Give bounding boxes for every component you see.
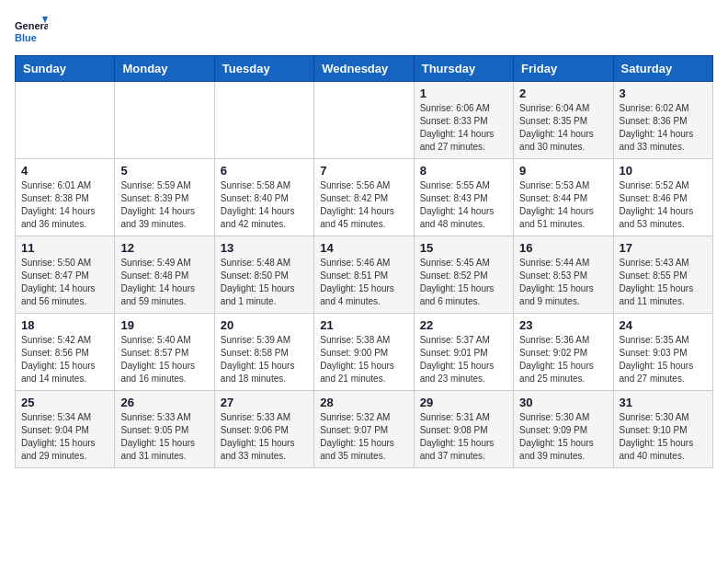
- day-info: Sunrise: 6:02 AM Sunset: 8:36 PM Dayligh…: [620, 102, 707, 154]
- day-info: Sunrise: 5:44 AM Sunset: 8:53 PM Dayligh…: [519, 257, 607, 308]
- day-number: 30: [519, 396, 607, 409]
- day-info: Sunrise: 5:45 AM Sunset: 8:52 PM Dayligh…: [420, 257, 507, 308]
- calendar-week-1: 1Sunrise: 6:06 AM Sunset: 8:33 PM Daylig…: [16, 82, 713, 159]
- calendar-cell: 19Sunrise: 5:40 AM Sunset: 8:57 PM Dayli…: [115, 314, 214, 391]
- calendar-cell: 11Sunrise: 5:50 AM Sunset: 8:47 PM Dayli…: [16, 236, 115, 314]
- calendar-week-4: 18Sunrise: 5:42 AM Sunset: 8:56 PM Dayli…: [16, 314, 713, 391]
- day-number: 22: [420, 318, 507, 332]
- day-info: Sunrise: 5:30 AM Sunset: 9:09 PM Dayligh…: [519, 411, 607, 463]
- calendar-cell: 12Sunrise: 5:49 AM Sunset: 8:48 PM Dayli…: [115, 236, 214, 314]
- day-info: Sunrise: 5:37 AM Sunset: 9:01 PM Dayligh…: [420, 334, 507, 385]
- calendar-cell: 15Sunrise: 5:45 AM Sunset: 8:52 PM Dayli…: [414, 236, 513, 314]
- calendar-cell: 29Sunrise: 5:31 AM Sunset: 9:08 PM Dayli…: [414, 391, 513, 468]
- day-info: Sunrise: 5:46 AM Sunset: 8:51 PM Dayligh…: [320, 257, 407, 308]
- day-info: Sunrise: 5:40 AM Sunset: 8:57 PM Dayligh…: [120, 334, 208, 385]
- day-number: 21: [320, 318, 407, 332]
- calendar-week-5: 25Sunrise: 5:34 AM Sunset: 9:04 PM Dayli…: [16, 391, 713, 468]
- weekday-header-saturday: Saturday: [613, 56, 712, 82]
- day-info: Sunrise: 5:36 AM Sunset: 9:02 PM Dayligh…: [519, 334, 607, 385]
- day-info: Sunrise: 5:39 AM Sunset: 8:58 PM Dayligh…: [221, 334, 308, 385]
- day-number: 3: [620, 86, 707, 100]
- calendar-cell: 4Sunrise: 6:01 AM Sunset: 8:38 PM Daylig…: [16, 159, 115, 236]
- day-number: 19: [120, 318, 208, 332]
- day-number: 23: [519, 318, 607, 332]
- day-number: 12: [120, 241, 208, 255]
- day-info: Sunrise: 5:59 AM Sunset: 8:39 PM Dayligh…: [120, 179, 208, 231]
- calendar-cell: 3Sunrise: 6:02 AM Sunset: 8:36 PM Daylig…: [613, 82, 712, 159]
- day-number: 11: [21, 241, 108, 255]
- calendar-cell: 23Sunrise: 5:36 AM Sunset: 9:02 PM Dayli…: [514, 314, 613, 391]
- page-header: General Blue: [15, 15, 713, 48]
- calendar-cell: 24Sunrise: 5:35 AM Sunset: 9:03 PM Dayli…: [613, 314, 712, 391]
- day-info: Sunrise: 5:43 AM Sunset: 8:55 PM Dayligh…: [620, 257, 707, 308]
- calendar-cell: 1Sunrise: 6:06 AM Sunset: 8:33 PM Daylig…: [414, 82, 513, 159]
- calendar-cell: [214, 82, 313, 159]
- day-number: 28: [320, 396, 407, 409]
- calendar-cell: [115, 82, 214, 159]
- day-number: 16: [519, 241, 607, 255]
- calendar-week-2: 4Sunrise: 6:01 AM Sunset: 8:38 PM Daylig…: [16, 159, 713, 236]
- calendar-table: SundayMondayTuesdayWednesdayThursdayFrid…: [15, 55, 713, 468]
- day-info: Sunrise: 5:33 AM Sunset: 9:05 PM Dayligh…: [120, 411, 208, 463]
- calendar-cell: 25Sunrise: 5:34 AM Sunset: 9:04 PM Dayli…: [16, 391, 115, 468]
- svg-text:Blue: Blue: [15, 32, 37, 43]
- calendar-cell: 6Sunrise: 5:58 AM Sunset: 8:40 PM Daylig…: [214, 159, 313, 236]
- svg-text:General: General: [15, 20, 48, 31]
- calendar-cell: [314, 82, 414, 159]
- day-info: Sunrise: 6:01 AM Sunset: 8:38 PM Dayligh…: [21, 179, 108, 231]
- day-number: 20: [221, 318, 308, 332]
- day-info: Sunrise: 5:34 AM Sunset: 9:04 PM Dayligh…: [21, 411, 108, 463]
- day-info: Sunrise: 5:53 AM Sunset: 8:44 PM Dayligh…: [519, 179, 607, 231]
- logo: General Blue: [15, 15, 48, 48]
- calendar-cell: 2Sunrise: 6:04 AM Sunset: 8:35 PM Daylig…: [514, 82, 613, 159]
- logo-svg: General Blue: [15, 15, 48, 48]
- calendar-cell: 28Sunrise: 5:32 AM Sunset: 9:07 PM Dayli…: [314, 391, 414, 468]
- day-info: Sunrise: 5:31 AM Sunset: 9:08 PM Dayligh…: [420, 411, 507, 463]
- day-number: 13: [221, 241, 308, 255]
- day-number: 26: [120, 396, 208, 409]
- weekday-header-sunday: Sunday: [16, 56, 115, 82]
- weekday-header-thursday: Thursday: [414, 56, 513, 82]
- weekday-header-tuesday: Tuesday: [214, 56, 313, 82]
- day-number: 9: [519, 164, 607, 178]
- day-number: 7: [320, 164, 407, 178]
- calendar-cell: 14Sunrise: 5:46 AM Sunset: 8:51 PM Dayli…: [314, 236, 414, 314]
- day-number: 31: [620, 396, 707, 409]
- day-info: Sunrise: 6:06 AM Sunset: 8:33 PM Dayligh…: [420, 102, 507, 154]
- day-number: 14: [320, 241, 407, 255]
- day-number: 10: [620, 164, 707, 178]
- day-info: Sunrise: 5:33 AM Sunset: 9:06 PM Dayligh…: [221, 411, 308, 463]
- day-number: 18: [21, 318, 108, 332]
- day-number: 15: [420, 241, 507, 255]
- weekday-header-wednesday: Wednesday: [314, 56, 414, 82]
- day-info: Sunrise: 5:49 AM Sunset: 8:48 PM Dayligh…: [120, 257, 208, 308]
- day-info: Sunrise: 6:04 AM Sunset: 8:35 PM Dayligh…: [519, 102, 607, 154]
- day-number: 5: [120, 164, 208, 178]
- weekday-header-monday: Monday: [115, 56, 214, 82]
- calendar-header-row: SundayMondayTuesdayWednesdayThursdayFrid…: [16, 56, 713, 82]
- calendar-cell: 7Sunrise: 5:56 AM Sunset: 8:42 PM Daylig…: [314, 159, 414, 236]
- day-number: 24: [620, 318, 707, 332]
- calendar-week-3: 11Sunrise: 5:50 AM Sunset: 8:47 PM Dayli…: [16, 236, 713, 314]
- calendar-cell: 27Sunrise: 5:33 AM Sunset: 9:06 PM Dayli…: [214, 391, 313, 468]
- day-info: Sunrise: 5:35 AM Sunset: 9:03 PM Dayligh…: [620, 334, 707, 385]
- day-number: 25: [21, 396, 108, 409]
- day-number: 1: [420, 86, 507, 100]
- weekday-header-friday: Friday: [514, 56, 613, 82]
- day-info: Sunrise: 5:56 AM Sunset: 8:42 PM Dayligh…: [320, 179, 407, 231]
- calendar-cell: 16Sunrise: 5:44 AM Sunset: 8:53 PM Dayli…: [514, 236, 613, 314]
- calendar-cell: 5Sunrise: 5:59 AM Sunset: 8:39 PM Daylig…: [115, 159, 214, 236]
- day-number: 17: [620, 241, 707, 255]
- calendar-cell: 22Sunrise: 5:37 AM Sunset: 9:01 PM Dayli…: [414, 314, 513, 391]
- calendar-cell: 26Sunrise: 5:33 AM Sunset: 9:05 PM Dayli…: [115, 391, 214, 468]
- day-info: Sunrise: 5:30 AM Sunset: 9:10 PM Dayligh…: [620, 411, 707, 463]
- day-info: Sunrise: 5:42 AM Sunset: 8:56 PM Dayligh…: [21, 334, 108, 385]
- day-info: Sunrise: 5:50 AM Sunset: 8:47 PM Dayligh…: [21, 257, 108, 308]
- day-info: Sunrise: 5:55 AM Sunset: 8:43 PM Dayligh…: [420, 179, 507, 231]
- calendar-cell: 9Sunrise: 5:53 AM Sunset: 8:44 PM Daylig…: [514, 159, 613, 236]
- calendar-cell: 30Sunrise: 5:30 AM Sunset: 9:09 PM Dayli…: [514, 391, 613, 468]
- day-number: 2: [519, 86, 607, 100]
- day-number: 8: [420, 164, 507, 178]
- calendar-cell: 18Sunrise: 5:42 AM Sunset: 8:56 PM Dayli…: [16, 314, 115, 391]
- day-info: Sunrise: 5:58 AM Sunset: 8:40 PM Dayligh…: [221, 179, 308, 231]
